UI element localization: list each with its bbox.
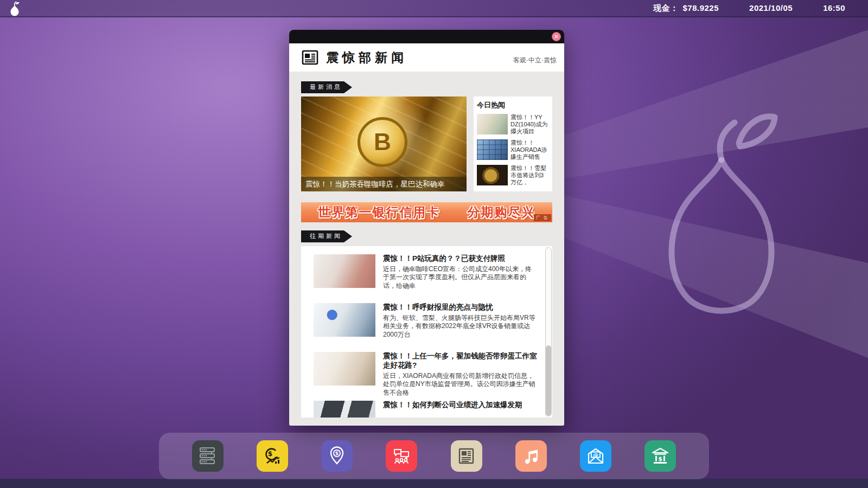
ad-banner[interactable]: 世界第一银行信用卡 分期购尽兴 广 告 <box>301 202 552 222</box>
community-chat-app-icon[interactable] <box>386 440 417 472</box>
light-beam-lower <box>563 195 868 358</box>
cash-value: $78.9225 <box>682 3 719 14</box>
desktop-bottom-strip <box>0 479 868 488</box>
pear-outline-icon <box>672 117 775 311</box>
hot-news-panel: 今日热闻 震惊！！YY DZ(1040)成为爆火项目 震惊！！XIAORADA涉… <box>474 97 552 191</box>
time-display: 16:50 <box>823 3 845 14</box>
svg-text:$: $ <box>335 451 339 456</box>
news-title: 震惊！！P站玩真的？？已获支付牌照 <box>383 254 537 264</box>
news-thumbnail-suits <box>314 401 375 418</box>
section-tag-past: 往期新闻 <box>301 230 352 242</box>
pear-logo-artwork <box>542 0 868 390</box>
scrollbar-thumb[interactable] <box>546 345 551 416</box>
news-description: 近日，XIAORADA商业有限公司新增行政处罚信息，处罚单位是NY市场监督管理局… <box>383 372 537 397</box>
hot-thumbnail-keyboard <box>477 139 508 160</box>
ad-label: 广 告 <box>534 214 551 221</box>
news-thumbnail-house <box>314 254 375 288</box>
price-pin-app-icon[interactable]: $ <box>321 440 353 472</box>
bank-app-icon[interactable]: $ <box>644 440 676 472</box>
featured-story[interactable]: B 震惊！！当奶茶吞噬咖啡店，星巴达和确幸 <box>301 97 467 191</box>
desktop: 现金： $78.9225 2021/10/05 16:50 ✕ <box>0 0 868 488</box>
mail-app-icon[interactable]: @ <box>580 440 611 472</box>
news-description: 有为、钜软、雪梨、火腿肠等科技巨头开始布局VR等相关业务，有数据称2022年底全… <box>383 314 537 339</box>
ad-banner-text: 世界第一银行信用卡 分期购尽兴 <box>318 204 535 221</box>
news-thumbnail-laptop <box>314 303 375 337</box>
app-header: 震惊部新闻 客观·中立·震惊 <box>289 43 564 72</box>
hot-news-title: 今日热闻 <box>477 100 549 110</box>
app-title: 震惊部新闻 <box>326 49 407 66</box>
svg-text:$: $ <box>658 455 662 463</box>
news-app-window: ✕ 震惊部新闻 客观·中立·震惊 最新消息 B 震惊！！当奶茶吞噬咖啡店，星巴 <box>289 30 564 426</box>
gold-coin-graphic: B <box>358 117 407 167</box>
chat-people-icon <box>392 446 411 466</box>
bank-dollar-icon: $ <box>650 446 670 466</box>
finance-chart-app-icon[interactable]: $ <box>257 440 288 472</box>
list-scrollbar[interactable] <box>545 247 552 416</box>
cash-display: 现金： $78.9225 <box>653 3 719 14</box>
news-thumbnail-desk <box>314 352 375 386</box>
svg-text:@: @ <box>593 452 598 458</box>
news-app-icon[interactable] <box>451 440 482 472</box>
newspaper-icon <box>457 446 476 466</box>
music-note-icon <box>521 446 541 466</box>
hot-item-text: 震惊！！雪梨市值将达到3万亿， <box>510 165 549 186</box>
dollar-pin-icon: $ <box>327 446 347 466</box>
newspaper-logo-icon <box>301 49 320 66</box>
past-news-list: 震惊！！P站玩真的？？已获支付牌照 近日，确幸咖啡CEO宣布：公司成立400年以… <box>301 246 552 418</box>
svg-text:$: $ <box>268 450 272 458</box>
music-app-icon[interactable] <box>515 440 547 472</box>
hot-news-item[interactable]: 震惊！！雪梨市值将达到3万亿， <box>477 165 549 186</box>
hot-thumbnail-coin <box>477 165 508 185</box>
app-tagline: 客观·中立·震惊 <box>513 56 557 65</box>
hot-news-item[interactable]: 震惊！！YY DZ(1040)成为爆火项目 <box>477 114 549 135</box>
coin-chart-icon: $ <box>263 446 282 466</box>
close-button[interactable]: ✕ <box>552 32 561 41</box>
news-item[interactable]: 震惊！！P站玩真的？？已获支付牌照 近日，确幸咖啡CEO宣布：公司成立400年以… <box>314 254 537 298</box>
section-tag-latest: 最新消息 <box>301 81 352 93</box>
server-stack-icon <box>198 446 218 466</box>
news-title: 震惊！！上任一年多，翟加钱能否带卵蛋工作室走好花路? <box>383 352 537 370</box>
hot-item-text: 震惊！！YY DZ(1040)成为爆火项目 <box>510 114 549 135</box>
hot-thumbnail-cash <box>477 114 508 134</box>
pear-menu-icon[interactable] <box>9 1 21 16</box>
news-item[interactable]: 震惊！！呼呼财报里的亮点与隐忧 有为、钜软、雪梨、火腿肠等科技巨头开始布局VR等… <box>314 303 537 346</box>
date-display: 2021/10/05 <box>749 3 793 14</box>
cash-label: 现金： <box>653 3 679 14</box>
news-item[interactable]: 震惊！！如何判断公司业绩进入加速爆发期 <box>314 401 537 418</box>
hot-item-text: 震惊！！XIAORADA涉嫌生产销售 <box>510 139 549 160</box>
hot-news-item[interactable]: 震惊！！XIAORADA涉嫌生产销售 <box>477 139 549 160</box>
news-title: 震惊！！呼呼财报里的亮点与隐忧 <box>383 303 537 312</box>
top-status-bar: 现金： $78.9225 2021/10/05 16:50 <box>0 0 868 17</box>
news-title: 震惊！！如何判断公司业绩进入加速爆发期 <box>383 401 537 410</box>
featured-caption: 震惊！！当奶茶吞噬咖啡店，星巴达和确幸 <box>301 177 467 191</box>
window-titlebar[interactable]: ✕ <box>289 30 564 43</box>
news-description: 近日，确幸咖啡CEO宣布：公司成立400年以来，终于第一次实现了季度盈利。但仅从… <box>383 265 537 291</box>
light-beam-upper <box>563 30 868 179</box>
dock: $ $ <box>159 433 709 479</box>
news-item[interactable]: 震惊！！上任一年多，翟加钱能否带卵蛋工作室走好花路? 近日，XIAORADA商业… <box>314 352 537 395</box>
database-app-icon[interactable] <box>192 440 224 472</box>
envelope-at-icon: @ <box>586 446 605 466</box>
